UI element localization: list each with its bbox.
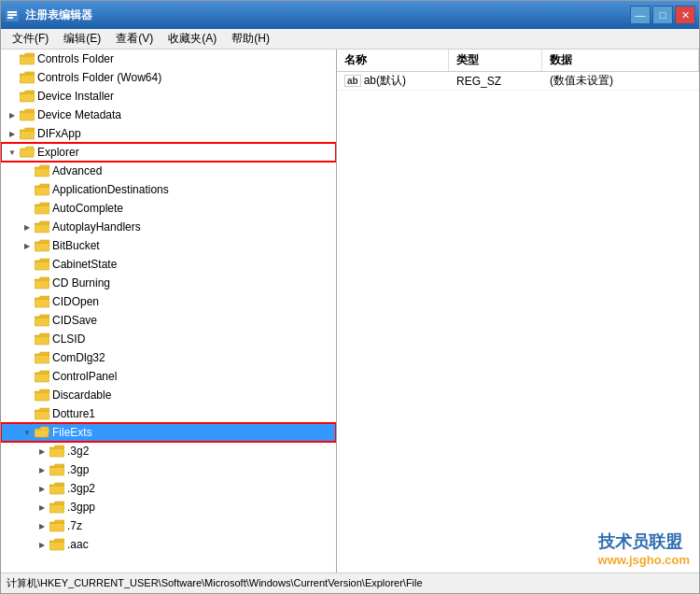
tree-label-cd-burning: CD Burning	[52, 276, 110, 290]
folder-icon-bitbucket	[35, 239, 49, 252]
tree-expander-discardable[interactable]	[20, 388, 35, 403]
window-title: 注册表编辑器	[25, 7, 630, 23]
tree-expander-device-installer[interactable]	[5, 89, 20, 104]
svg-rect-4	[20, 56, 35, 64]
tree-expander-advanced[interactable]	[20, 163, 35, 178]
value-row[interactable]: abab(默认)REG_SZ(数值未设置)	[337, 72, 699, 91]
menu-item-E[interactable]: 编辑(E)	[56, 29, 108, 49]
tree-label-autocomplete: AutoComplete	[52, 202, 123, 215]
tree-expander-autoplayhandlers[interactable]: ▶	[20, 219, 35, 234]
tree-expander-autocomplete[interactable]	[20, 201, 35, 216]
column-type: 类型	[449, 50, 542, 71]
tree-expander-clsid[interactable]	[20, 332, 35, 346]
tree-item-cabinetstate[interactable]: CabinetState	[1, 255, 336, 274]
tree-item-3gpp[interactable]: ▶ .3gpp	[1, 498, 336, 516]
svg-rect-13	[35, 243, 49, 251]
tree-item-device-metadata[interactable]: ▶ Device Metadata	[1, 106, 336, 124]
tree-label-comdlg32: ComDlg32	[52, 351, 105, 364]
folder-icon-advanced	[35, 164, 49, 177]
menu-item-F[interactable]: 文件(F)	[5, 29, 56, 49]
svg-rect-9	[35, 168, 49, 177]
tree-expander-bitbucket[interactable]: ▶	[20, 238, 35, 253]
tree-item-3gp2[interactable]: ▶ .3gp2	[1, 479, 336, 498]
folder-icon-aac	[49, 538, 64, 551]
tree-expander-3g2[interactable]: ▶	[35, 444, 49, 459]
svg-rect-18	[35, 336, 49, 345]
tree-label-controls-folder: Controls Folder	[37, 52, 114, 65]
tree-expander-explorer[interactable]: ▼	[5, 145, 20, 160]
tree-expander-appdestinations[interactable]	[20, 182, 35, 197]
tree-expander-3gp[interactable]: ▶	[35, 462, 49, 477]
app-icon	[5, 7, 20, 22]
svg-rect-8	[20, 131, 35, 139]
folder-icon-3g2	[49, 445, 64, 458]
tree-item-controls-folder-wow64[interactable]: Controls Folder (Wow64)	[1, 68, 336, 87]
tree-item-7z[interactable]: ▶ .7z	[1, 516, 336, 535]
tree-label-aac: .aac	[67, 538, 89, 551]
tree-item-appdestinations[interactable]: ApplicationDestinations	[1, 180, 336, 199]
tree-item-cd-burning[interactable]: CD Burning	[1, 274, 336, 292]
column-data: 数据	[542, 50, 699, 71]
registry-tree[interactable]: Controls Folder Controls Folder (Wow64) …	[1, 50, 337, 573]
tree-item-explorer[interactable]: ▼ Explorer	[1, 143, 336, 162]
svg-rect-3	[7, 17, 13, 19]
menu-item-V[interactable]: 查看(V)	[108, 29, 161, 49]
registry-values-panel: 名称 类型 数据 abab(默认)REG_SZ(数值未设置)	[337, 50, 699, 573]
tree-item-cidopen[interactable]: CIDOpen	[1, 292, 336, 311]
tree-expander-controls-folder[interactable]	[5, 51, 20, 66]
tree-expander-controls-folder-wow64[interactable]	[5, 70, 20, 85]
folder-icon-cabinetstate	[35, 258, 49, 271]
tree-expander-3gp2[interactable]: ▶	[35, 481, 49, 496]
tree-expander-cidopen[interactable]	[20, 294, 35, 309]
folder-icon-controls-folder-wow64	[20, 71, 35, 84]
tree-item-dotture1[interactable]: Dotture1	[1, 404, 336, 423]
tree-item-autoplayhandlers[interactable]: ▶ AutoplayHandlers	[1, 218, 336, 236]
menu-item-A[interactable]: 收藏夹(A)	[161, 29, 224, 49]
tree-expander-dotture1[interactable]	[20, 406, 35, 421]
tree-item-aac[interactable]: ▶ .aac	[1, 535, 336, 554]
close-button[interactable]: ✕	[675, 6, 695, 24]
tree-item-bitbucket[interactable]: ▶ BitBucket	[1, 236, 336, 255]
tree-expander-device-metadata[interactable]: ▶	[5, 107, 20, 122]
folder-icon-controlpanel	[35, 370, 49, 383]
tree-expander-controlpanel[interactable]	[20, 369, 35, 384]
tree-expander-cabinetstate[interactable]	[20, 257, 35, 272]
tree-expander-7z[interactable]: ▶	[35, 518, 49, 533]
menu-bar: 文件(F)编辑(E)查看(V)收藏夹(A)帮助(H)	[1, 29, 699, 50]
tree-expander-fileexts[interactable]: ▼	[20, 425, 35, 440]
tree-label-cidsave: CIDSave	[52, 314, 97, 327]
minimize-button[interactable]: —	[630, 6, 651, 24]
tree-expander-difxapp[interactable]: ▶	[5, 126, 20, 141]
registry-editor-window: 注册表编辑器 — □ ✕ 文件(F)编辑(E)查看(V)收藏夹(A)帮助(H) …	[0, 0, 700, 594]
folder-icon-difxapp	[20, 127, 35, 140]
tree-label-3gpp: .3gpp	[67, 501, 95, 514]
tree-item-3gp[interactable]: ▶ .3gp	[1, 460, 336, 479]
tree-item-clsid[interactable]: CLSID	[1, 330, 336, 348]
svg-rect-23	[49, 448, 64, 457]
tree-expander-cd-burning[interactable]	[20, 276, 35, 290]
tree-expander-comdlg32[interactable]	[20, 350, 35, 365]
maximize-button[interactable]: □	[652, 6, 673, 24]
value-type: REG_SZ	[449, 75, 542, 88]
tree-label-dotture1: Dotture1	[52, 407, 95, 420]
tree-item-controls-folder[interactable]: Controls Folder	[1, 50, 336, 68]
tree-expander-cidsave[interactable]	[20, 313, 35, 328]
tree-item-controlpanel[interactable]: ControlPanel	[1, 367, 336, 386]
tree-label-3gp2: .3gp2	[67, 482, 95, 495]
svg-rect-10	[35, 187, 49, 195]
tree-item-difxapp[interactable]: ▶ DIFxApp	[1, 124, 336, 143]
tree-item-3g2[interactable]: ▶ .3g2	[1, 442, 336, 460]
tree-item-device-installer[interactable]: Device Installer	[1, 87, 336, 106]
svg-rect-12	[35, 224, 49, 233]
tree-item-autocomplete[interactable]: AutoComplete	[1, 199, 336, 218]
tree-item-cidsave[interactable]: CIDSave	[1, 311, 336, 330]
tree-item-advanced[interactable]: Advanced	[1, 162, 336, 180]
tree-expander-aac[interactable]: ▶	[35, 537, 49, 552]
tree-expander-3gpp[interactable]: ▶	[35, 500, 49, 515]
menu-item-H[interactable]: 帮助(H)	[224, 29, 277, 49]
tree-item-comdlg32[interactable]: ComDlg32	[1, 348, 336, 367]
tree-label-discardable: Discardable	[52, 389, 111, 402]
tree-label-bitbucket: BitBucket	[52, 239, 100, 252]
tree-item-discardable[interactable]: Discardable	[1, 386, 336, 404]
tree-item-fileexts[interactable]: ▼ FileExts	[1, 423, 336, 442]
